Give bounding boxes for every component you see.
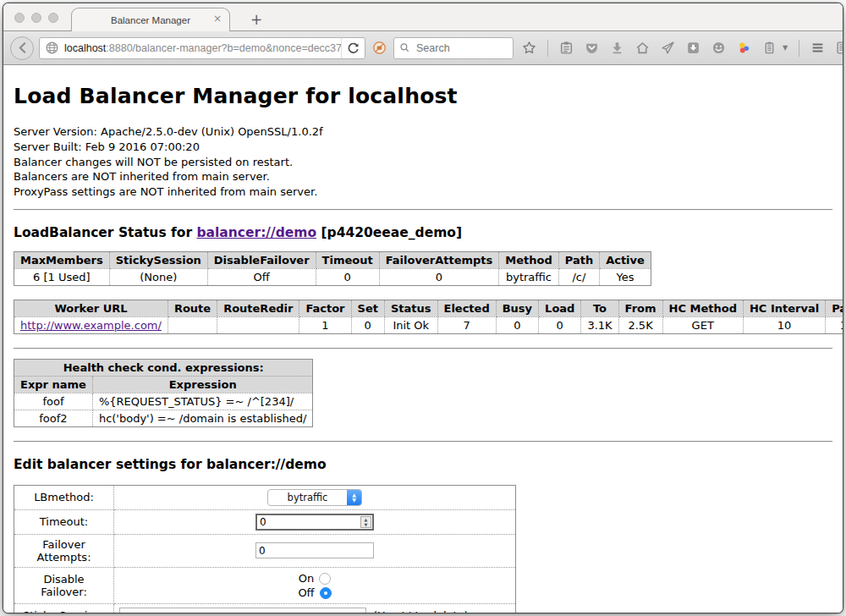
url-host: localhost	[64, 42, 106, 54]
downloads-icon[interactable]	[610, 41, 624, 55]
grid-extension-icon[interactable]	[836, 41, 843, 55]
cell-from: 2.5K	[618, 316, 662, 333]
edit-settings-heading: Edit balancer settings for balancer://de…	[14, 457, 832, 472]
divider	[14, 348, 832, 349]
reading-list-icon[interactable]	[559, 41, 574, 55]
table-title-row: Health check cond. expressions:	[14, 359, 313, 376]
cell-expr-name: foof2	[14, 410, 93, 426]
status-heading-prefix: LoadBalancer Status for	[14, 225, 196, 240]
extension-download-icon[interactable]	[686, 41, 700, 55]
divider	[14, 441, 832, 443]
cell-maxmembers: 6 [1 Used]	[14, 268, 110, 285]
col-disablefailover: DisableFailover	[207, 251, 316, 268]
url-text[interactable]: localhost:8880/balancer-manager?b=demo&n…	[64, 42, 341, 54]
close-window-button[interactable]	[14, 13, 25, 23]
col-route: Route	[168, 300, 217, 316]
page-content: Load Balancer Manager for localhost Serv…	[3, 65, 843, 613]
cell-routeredir	[217, 316, 299, 333]
cell-hc-method: GET	[662, 316, 743, 333]
disable-failover-on-radio[interactable]	[319, 573, 331, 585]
failover-attempts-input[interactable]	[255, 542, 374, 558]
toolbar-separator	[547, 40, 548, 57]
home-icon[interactable]	[635, 41, 650, 55]
minimize-window-button[interactable]	[31, 13, 41, 23]
col-from: From	[618, 300, 662, 316]
cell-stickysession: (None)	[109, 268, 207, 285]
navigation-toolbar: localhost:8880/balancer-manager?b=demo&n…	[3, 31, 843, 65]
table-header-row: MaxMembers StickySession DisableFailover…	[14, 251, 651, 268]
sticky-session-label: Sticky Session:	[14, 603, 114, 613]
color-dots-extension-icon[interactable]	[737, 41, 751, 55]
col-status: Status	[384, 300, 437, 316]
toolbar-separator-2	[799, 40, 799, 57]
radio-off-label: Off	[298, 586, 314, 599]
col-set: Set	[351, 300, 384, 316]
zoom-window-button[interactable]	[48, 13, 58, 23]
col-expression: Expression	[92, 376, 313, 393]
send-tab-icon[interactable]	[661, 41, 675, 55]
cell-passes: 1 (0)	[826, 316, 843, 333]
col-path: Path	[558, 251, 599, 268]
cell-hc-interval: 10	[743, 316, 825, 333]
tab-close-icon[interactable]: ×	[213, 14, 222, 24]
server-info: Server Version: Apache/2.5.0-dev (Unix) …	[14, 124, 832, 200]
col-hc-interval: HC Interval	[743, 300, 825, 316]
cell-expression: hc('body') =~ /domain is established/	[92, 410, 313, 426]
search-input[interactable]	[415, 41, 499, 55]
col-passes: Passes	[826, 300, 843, 316]
chevron-down-icon[interactable]: ▼	[783, 44, 788, 52]
table-header-row: Worker URL Route RouteRedir Factor Set S…	[14, 300, 843, 316]
col-busy: Busy	[496, 300, 538, 316]
content-blocked-button[interactable]	[372, 41, 387, 55]
disable-failover-off-radio[interactable]	[320, 587, 332, 599]
url-path: :8880/balancer-manager?b=demo&nonce=decc…	[106, 42, 341, 54]
reload-button[interactable]	[341, 38, 365, 58]
lbmethod-label: LBmethod:	[14, 485, 114, 509]
sticky-session-input[interactable]	[119, 608, 366, 613]
cell-active: Yes	[600, 268, 651, 285]
tab-balancer-manager[interactable]: Balancer Manager ×	[71, 8, 230, 31]
table-header-row: Expr name Expression	[14, 376, 313, 393]
disable-failover-label: Disable Failover:	[14, 567, 114, 603]
search-bar[interactable]	[393, 37, 514, 59]
col-maxmembers: MaxMembers	[14, 251, 110, 268]
url-bar[interactable]: localhost:8880/balancer-manager?b=demo&n…	[39, 37, 365, 59]
toolbar-icons: ▼	[522, 40, 843, 57]
divider	[14, 209, 832, 211]
proxypass-note-line: ProxyPass settings are NOT inherited fro…	[14, 184, 832, 200]
lbmethod-select[interactable]: bytraffic ▲▼	[267, 489, 362, 506]
cell-to: 3.1K	[581, 316, 618, 333]
cell-factor: 1	[299, 316, 351, 333]
col-to: To	[581, 300, 618, 316]
cell-failoverattempts: 0	[379, 268, 499, 285]
feedback-smiley-icon[interactable]	[711, 41, 726, 55]
titlebar: Balancer Manager × +	[3, 3, 843, 31]
number-spinner-icon[interactable]: ▲▼	[360, 516, 371, 528]
hamburger-menu-icon[interactable]	[810, 41, 825, 55]
worker-url-link[interactable]: http://www.example.com/	[20, 319, 162, 332]
cell-busy: 0	[496, 316, 538, 333]
cell-set: 0	[351, 316, 384, 333]
persist-note-line: Balancer changes will NOT be persisted o…	[14, 155, 832, 170]
health-check-title: Health check cond. expressions:	[14, 359, 313, 376]
timeout-input[interactable]	[255, 514, 374, 531]
edit-balancer-form: LBmethod: bytraffic ▲▼ Timeout: ▲▼	[14, 485, 516, 613]
cell-status: Init Ok	[384, 316, 437, 333]
battery-extension-icon[interactable]	[762, 41, 777, 55]
radio-on-label: On	[299, 572, 314, 585]
balancer-link[interactable]: balancer://demo	[196, 225, 316, 240]
reload-icon	[346, 41, 360, 55]
table-row: http://www.example.com/ 1 0 Init Ok 7 0 …	[14, 316, 843, 333]
browser-window: Balancer Manager × + localhost:8880/bala…	[3, 3, 843, 613]
traffic-lights	[14, 13, 58, 23]
balancer-status-table: MaxMembers StickySession DisableFailover…	[14, 251, 651, 286]
back-button[interactable]	[10, 36, 34, 60]
cell-expression: %{REQUEST_STATUS} =~ /^[234]/	[92, 393, 313, 410]
new-tab-button[interactable]: +	[242, 11, 271, 28]
form-row-sticky-session: Sticky Session: (Use '-' to delete)	[14, 603, 516, 613]
health-check-table: Health check cond. expressions: Expr nam…	[14, 359, 313, 427]
col-routeredir: RouteRedir	[217, 300, 299, 316]
pocket-icon[interactable]	[585, 41, 599, 55]
form-row-failover-attempts: Failover Attempts:	[14, 534, 516, 567]
bookmark-star-icon[interactable]	[522, 41, 536, 55]
